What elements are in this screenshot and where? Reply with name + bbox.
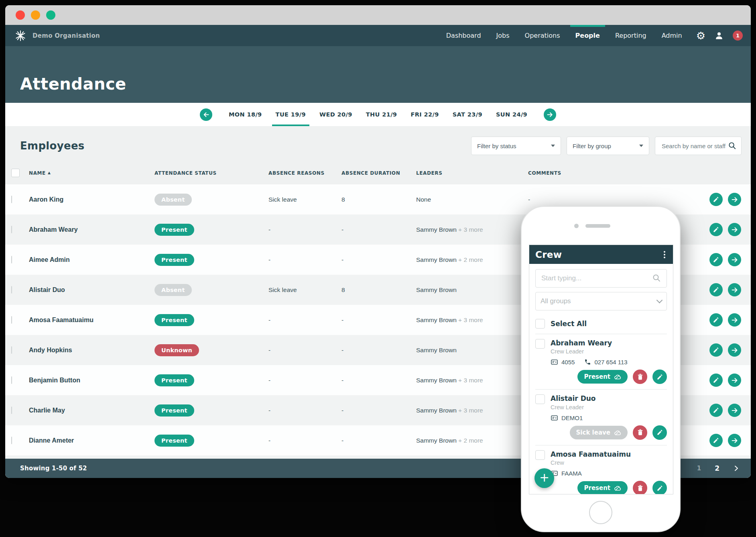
open-row-button[interactable] xyxy=(728,404,741,417)
edit-row-button[interactable] xyxy=(709,434,723,447)
tab-tue-active[interactable]: TUE 19/9 xyxy=(269,103,313,126)
edit-member-button[interactable] xyxy=(652,370,667,384)
open-row-button[interactable] xyxy=(728,223,741,236)
leaders-cell: Sammy Brown + 2 more xyxy=(416,256,528,263)
edit-member-button[interactable] xyxy=(652,481,667,494)
member-status-badge-present[interactable]: Present xyxy=(577,370,628,384)
row-checkbox[interactable] xyxy=(11,406,12,414)
status-badge-absent: Absent xyxy=(154,194,192,206)
edit-row-button[interactable] xyxy=(709,253,723,266)
settings-gear-icon[interactable]: ⚙ xyxy=(696,31,705,41)
leaders-cell: Sammy Brown + 2 more xyxy=(416,437,528,444)
open-row-button[interactable] xyxy=(728,434,741,447)
window-titlebar xyxy=(5,5,751,25)
crew-group-select[interactable]: All groups xyxy=(535,292,667,310)
absence-duration: - xyxy=(341,407,416,414)
next-day-button[interactable] xyxy=(544,108,556,121)
employee-name: Benjamin Button xyxy=(29,377,154,384)
pagination: 1 2 xyxy=(697,464,740,472)
open-row-button[interactable] xyxy=(728,253,741,266)
absence-reason: Sick leave xyxy=(268,196,341,203)
row-checkbox[interactable] xyxy=(11,226,12,233)
add-member-fab[interactable]: + xyxy=(534,468,554,488)
phone-camera-dot xyxy=(574,224,579,228)
edit-row-button[interactable] xyxy=(709,223,723,236)
absence-reason: Sick leave xyxy=(268,286,341,294)
tab-sun[interactable]: SUN 24/9 xyxy=(489,103,534,126)
page-2-button[interactable]: 2 xyxy=(715,464,719,472)
open-row-button[interactable] xyxy=(728,313,741,327)
crew-member: Abraham Weary Crew Leader 4055 027 654 1… xyxy=(535,334,667,390)
delete-member-button[interactable] xyxy=(633,425,647,440)
absence-duration: - xyxy=(341,347,416,354)
edit-row-button[interactable] xyxy=(709,283,723,296)
delete-member-button[interactable] xyxy=(633,370,647,384)
notification-badge[interactable]: 1 xyxy=(733,31,743,41)
kebab-menu-icon[interactable] xyxy=(662,249,667,260)
edit-row-button[interactable] xyxy=(709,404,723,417)
select-all-checkbox[interactable] xyxy=(11,169,20,177)
chevron-right-icon xyxy=(733,465,740,472)
col-name[interactable]: NAME ▲ xyxy=(29,170,154,176)
member-checkbox[interactable] xyxy=(535,450,545,460)
caret-down-icon xyxy=(551,145,555,147)
tab-wed[interactable]: WED 20/9 xyxy=(313,103,359,126)
member-checkbox[interactable] xyxy=(535,339,545,349)
search-input[interactable] xyxy=(661,142,728,150)
nav-item-people[interactable]: People xyxy=(568,25,608,46)
edit-row-button[interactable] xyxy=(709,374,723,387)
row-checkbox[interactable] xyxy=(11,376,12,384)
row-checkbox[interactable] xyxy=(11,346,12,354)
nav-item-dashboard[interactable]: Dashboard xyxy=(439,25,489,46)
close-window-icon[interactable] xyxy=(16,10,25,20)
nav-item-admin[interactable]: Admin xyxy=(654,25,690,46)
row-checkbox[interactable] xyxy=(11,286,12,294)
search-icon[interactable] xyxy=(652,274,662,283)
delete-member-button[interactable] xyxy=(633,481,647,494)
crew-search-input[interactable] xyxy=(541,274,652,283)
pencil-icon xyxy=(656,373,664,381)
select-all-checkbox[interactable] xyxy=(535,319,545,329)
edit-row-button[interactable] xyxy=(709,343,723,357)
user-profile-icon[interactable] xyxy=(714,31,724,41)
member-checkbox[interactable] xyxy=(535,394,545,404)
edit-row-button[interactable] xyxy=(709,313,723,327)
edit-member-button[interactable] xyxy=(652,425,667,440)
tab-sat[interactable]: SAT 23/9 xyxy=(446,103,489,126)
member-status-badge-present[interactable]: Present xyxy=(577,481,628,494)
phone-home-button[interactable] xyxy=(589,501,612,524)
row-checkbox[interactable] xyxy=(11,437,12,444)
row-checkbox[interactable] xyxy=(11,316,12,324)
minimize-window-icon[interactable] xyxy=(31,10,40,20)
tab-fri[interactable]: FRI 22/9 xyxy=(404,103,445,126)
open-row-button[interactable] xyxy=(728,343,741,357)
page-1-button[interactable]: 1 xyxy=(697,465,701,472)
maximize-window-icon[interactable] xyxy=(46,10,55,20)
trash-icon xyxy=(636,484,644,492)
nav-item-operations[interactable]: Operations xyxy=(517,25,568,46)
pencil-icon xyxy=(712,376,720,384)
status-badge-present: Present xyxy=(154,254,194,266)
open-row-button[interactable] xyxy=(728,193,741,206)
tab-thu[interactable]: THU 21/9 xyxy=(359,103,404,126)
row-checkbox[interactable] xyxy=(11,196,12,203)
arrow-right-icon xyxy=(731,376,739,384)
leaders-cell: Sammy Brown xyxy=(416,286,528,294)
edit-row-button[interactable] xyxy=(709,193,723,206)
filter-by-status-select[interactable]: Filter by status xyxy=(471,137,561,155)
nav-item-reporting[interactable]: Reporting xyxy=(608,25,654,46)
showing-count: Showing 1-50 of 52 xyxy=(20,465,87,472)
member-status-badge-sick-leave[interactable]: Sick leave xyxy=(570,426,628,439)
next-page-button[interactable] xyxy=(733,465,740,472)
search-icon[interactable] xyxy=(728,141,737,151)
nav-item-jobs[interactable]: Jobs xyxy=(489,25,517,46)
prev-day-button[interactable] xyxy=(200,108,212,121)
arrow-right-icon xyxy=(546,111,554,118)
arrow-right-icon xyxy=(731,316,739,324)
search-box xyxy=(655,137,742,155)
open-row-button[interactable] xyxy=(728,283,741,296)
open-row-button[interactable] xyxy=(728,374,741,387)
row-checkbox[interactable] xyxy=(11,256,12,263)
tab-mon[interactable]: MON 18/9 xyxy=(222,103,269,126)
filter-by-group-select[interactable]: Filter by group xyxy=(567,137,649,155)
